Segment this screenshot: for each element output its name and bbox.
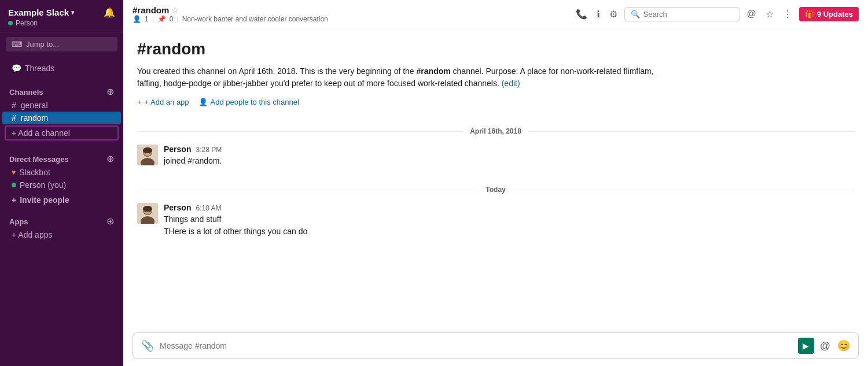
divider-line-right	[528, 131, 854, 132]
channel-general-label: general	[21, 101, 48, 110]
star-button[interactable]: ☆	[171, 5, 179, 14]
message-text-2a: Things and stuff	[164, 213, 854, 225]
add-dm-button[interactable]: ⊕	[106, 154, 114, 164]
divider-date-today: Today	[486, 186, 505, 194]
channels-section: Channels ⊕ # general # random + Add a ch…	[0, 77, 123, 144]
person-you-label: Person (you)	[20, 180, 66, 190]
call-button[interactable]: 📞	[573, 6, 590, 22]
person-online-dot	[12, 183, 16, 187]
sidebar: Example Slack ▾ 🔔 Person ⌨ Jump to... 💬 …	[0, 0, 123, 366]
sidebar-item-random[interactable]: # random	[2, 112, 121, 124]
pin-icon: 📌	[157, 15, 166, 23]
invite-label: Invite people	[20, 195, 69, 205]
send-icon: ▶	[803, 341, 809, 350]
add-apps-label: + Add apps	[12, 230, 52, 239]
svg-point-6	[149, 152, 151, 154]
time-2: 6:10 AM	[196, 204, 221, 212]
attach-button[interactable]: 📎	[140, 339, 155, 352]
emoji-button[interactable]: 😊	[836, 339, 851, 352]
add-apps-icon-button[interactable]: ⊕	[106, 217, 114, 226]
divider-line-left	[137, 131, 463, 132]
date-divider-april: April 16th, 2018	[137, 127, 854, 135]
message-header-2: Person 6:10 AM	[164, 203, 854, 212]
meta-sep-2: |	[177, 15, 179, 23]
add-channel-icon-button[interactable]: ⊕	[106, 87, 114, 97]
channel-title-area: #random ☆ 👤 1 | 📌 0 | Non-work banter an…	[133, 5, 328, 23]
chat-area: #random You created this channel on Apri…	[123, 28, 868, 328]
jump-to-button[interactable]: ⌨ Jump to...	[6, 37, 117, 51]
avatar-person-2	[137, 203, 158, 224]
jump-to-icon: ⌨	[12, 40, 23, 49]
add-people-button[interactable]: 👤 Add people to this channel	[198, 98, 299, 106]
workspace-chevron: ▾	[71, 9, 74, 16]
add-app-button[interactable]: + + Add an app	[137, 98, 189, 106]
hash-icon-general: #	[12, 101, 16, 110]
main-content: #random ☆ 👤 1 | 📌 0 | Non-work banter an…	[123, 0, 868, 366]
svg-point-11	[143, 206, 152, 212]
avatar-person-1	[137, 145, 158, 165]
settings-button[interactable]: ⚙	[607, 6, 620, 22]
message-content-2: Person 6:10 AM Things and stuff THere is…	[164, 203, 854, 238]
message-input-area: 📎 ▶ @ 😊	[123, 328, 868, 366]
date-divider-today: Today	[137, 186, 854, 194]
time-1: 3:28 PM	[196, 146, 222, 154]
svg-point-12	[145, 210, 146, 212]
message-input-box: 📎 ▶ @ 😊	[133, 332, 859, 359]
threads-label: Threads	[25, 64, 54, 73]
sidebar-header: Example Slack ▾ 🔔 Person	[0, 0, 123, 32]
channels-section-label: Channels ⊕	[0, 83, 123, 99]
today-divider-line-right	[513, 190, 854, 190]
star-topbar-button[interactable]: ☆	[763, 6, 776, 22]
channel-actions: + + Add an app 👤 Add people to this chan…	[137, 98, 854, 106]
today-divider-line-left	[137, 190, 479, 190]
sidebar-item-invite-people[interactable]: + Invite people	[2, 194, 121, 206]
search-icon: 🔍	[631, 10, 640, 19]
direct-messages-label: Direct Messages ⊕	[0, 150, 123, 166]
pin-count: 0	[170, 15, 174, 23]
apps-label: Apps ⊕	[0, 212, 123, 228]
meta-sep-1: |	[152, 15, 154, 23]
message-header-1: Person 3:28 PM	[164, 145, 854, 154]
more-button[interactable]: ⋮	[781, 6, 795, 22]
message-text-1: joined #random.	[164, 155, 854, 167]
add-app-plus-icon: +	[137, 98, 142, 106]
message-row-1: Person 3:28 PM joined #random.	[137, 145, 854, 167]
sidebar-item-slackbot[interactable]: ♥ Slackbot	[2, 166, 121, 179]
intro-bold: #random	[417, 66, 451, 76]
message-input[interactable]	[160, 341, 793, 350]
notification-bell-button[interactable]: 🔔	[104, 7, 115, 18]
add-app-label: + Add an app	[145, 98, 189, 106]
at-button[interactable]: @	[745, 6, 759, 21]
updates-button[interactable]: 🎁 9 Updates	[799, 7, 859, 21]
send-button[interactable]: ▶	[798, 338, 814, 354]
sender-1: Person	[164, 145, 191, 154]
search-box: 🔍	[624, 7, 740, 21]
slackbot-heart-icon: ♥	[12, 168, 16, 176]
search-input[interactable]	[643, 10, 734, 19]
info-button[interactable]: ℹ	[594, 6, 602, 22]
members-count: 1	[145, 15, 149, 23]
sidebar-item-person-you[interactable]: Person (you)	[2, 179, 121, 191]
direct-messages-section: Direct Messages ⊕ ♥ Slackbot Person (you…	[0, 144, 123, 194]
message-text-2b: THere is a lot of other things you can d…	[164, 225, 854, 238]
apps-section: Apps ⊕ + Add apps	[0, 206, 123, 243]
hash-icon-random: #	[12, 113, 16, 123]
message-content-1: Person 3:28 PM joined #random.	[164, 145, 854, 167]
workspace-name[interactable]: Example Slack ▾	[8, 8, 74, 17]
sidebar-item-add-apps[interactable]: + Add apps	[2, 228, 121, 241]
user-status-text: Person	[16, 19, 38, 27]
edit-link[interactable]: (edit)	[502, 79, 520, 88]
sidebar-item-general[interactable]: # general	[2, 99, 121, 112]
jump-to-label: Jump to...	[26, 40, 59, 49]
svg-point-4	[143, 147, 152, 153]
add-people-label: Add people to this channel	[211, 98, 299, 106]
svg-point-5	[145, 152, 146, 154]
online-status-dot	[8, 21, 13, 25]
channel-meta: 👤 1 | 📌 0 | Non-work banter and water co…	[133, 15, 328, 23]
sidebar-item-threads[interactable]: 💬 Threads	[2, 62, 121, 75]
add-channel-button[interactable]: + Add a channel	[5, 125, 119, 141]
invite-plus-icon: +	[12, 195, 16, 205]
channel-intro-title: #random	[137, 40, 854, 58]
at-message-button[interactable]: @	[819, 340, 832, 352]
add-channel-label: + Add a channel	[12, 128, 70, 138]
